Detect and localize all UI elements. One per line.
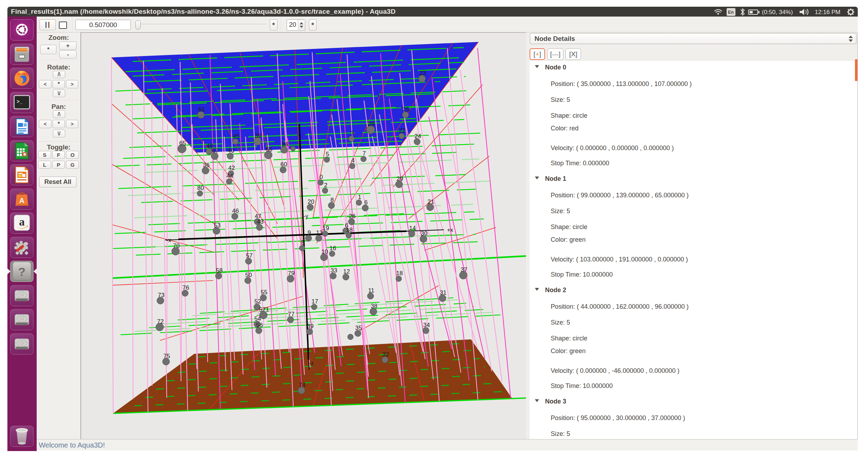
svg-text:9: 9 — [307, 229, 311, 236]
svg-text:39: 39 — [255, 133, 262, 139]
svg-text:-y: -y — [304, 213, 308, 219]
svg-text:75: 75 — [164, 353, 170, 359]
svg-text:56: 56 — [256, 322, 263, 328]
svg-text:13: 13 — [316, 229, 323, 236]
svg-text:79: 79 — [288, 270, 295, 277]
svg-text:61: 61 — [198, 106, 205, 113]
svg-text:34: 34 — [423, 322, 430, 328]
svg-text:12:16 PM: 12:16 PM — [815, 9, 841, 16]
svg-text:7: 7 — [362, 150, 366, 157]
svg-text:19: 19 — [323, 225, 329, 232]
svg-text:55: 55 — [261, 289, 268, 296]
svg-text:70: 70 — [173, 242, 180, 249]
svg-text:28: 28 — [368, 121, 375, 128]
svg-text:(0:50, 34%): (0:50, 34%) — [762, 9, 793, 16]
svg-text:43: 43 — [257, 218, 264, 225]
svg-text:18: 18 — [346, 227, 353, 233]
svg-text:26: 26 — [349, 213, 356, 220]
svg-text:2: 2 — [324, 182, 327, 189]
svg-text:73: 73 — [158, 292, 165, 298]
svg-text:46: 46 — [232, 208, 239, 214]
svg-text:5: 5 — [301, 239, 304, 246]
svg-text:22: 22 — [399, 127, 406, 134]
svg-text:1: 1 — [358, 194, 361, 201]
svg-text:25: 25 — [403, 106, 410, 113]
svg-text:52: 52 — [255, 298, 261, 305]
svg-text:5: 5 — [326, 151, 329, 158]
svg-text:16: 16 — [330, 245, 336, 252]
svg-text:a: a — [19, 215, 25, 228]
svg-text:6: 6 — [364, 199, 367, 206]
svg-text:>_: >_ — [17, 99, 23, 105]
svg-text:17: 17 — [312, 298, 318, 305]
svg-text:31: 31 — [440, 289, 447, 296]
svg-text:39: 39 — [307, 323, 314, 329]
svg-text:29: 29 — [397, 175, 403, 182]
svg-text:4: 4 — [351, 157, 354, 164]
svg-text:-z: -z — [309, 360, 314, 366]
svg-text:50: 50 — [245, 272, 252, 278]
svg-text:24: 24 — [415, 133, 421, 140]
svg-text:54: 54 — [255, 315, 261, 322]
svg-text:80: 80 — [197, 185, 204, 191]
svg-text:40: 40 — [228, 147, 234, 154]
svg-text:67: 67 — [212, 147, 219, 154]
svg-text:60: 60 — [281, 161, 287, 168]
svg-text:1: 1 — [306, 352, 309, 358]
svg-text:11: 11 — [368, 287, 374, 294]
svg-text:57: 57 — [246, 252, 253, 259]
svg-text:12: 12 — [343, 268, 350, 275]
svg-text:?: ? — [18, 265, 26, 278]
svg-text:53: 53 — [214, 222, 221, 229]
svg-text:21: 21 — [428, 198, 434, 205]
svg-text:36: 36 — [203, 162, 210, 168]
svg-text:30: 30 — [421, 230, 428, 237]
svg-text:35: 35 — [355, 325, 362, 331]
svg-text:20: 20 — [308, 198, 314, 205]
svg-text:+x: +x — [447, 227, 453, 233]
svg-text:76: 76 — [183, 284, 189, 291]
svg-text:65: 65 — [179, 140, 186, 147]
svg-text:74: 74 — [299, 382, 306, 388]
svg-text:10: 10 — [322, 248, 328, 255]
svg-text:42: 42 — [228, 165, 235, 171]
svg-text:32: 32 — [383, 351, 389, 358]
svg-text:3: 3 — [350, 130, 354, 137]
svg-text:45: 45 — [233, 133, 240, 140]
svg-text:77: 77 — [288, 311, 295, 318]
svg-text:72: 72 — [157, 318, 164, 325]
svg-text:38: 38 — [371, 303, 378, 309]
svg-text:23: 23 — [420, 70, 426, 76]
svg-text:A: A — [19, 197, 24, 204]
svg-text:0: 0 — [319, 174, 323, 180]
svg-text:-x: -x — [166, 237, 171, 243]
svg-text:37: 37 — [461, 266, 467, 273]
svg-text:66: 66 — [266, 146, 273, 153]
svg-text:33: 33 — [331, 267, 337, 274]
svg-text:8: 8 — [330, 197, 334, 203]
svg-text:571: 571 — [259, 306, 269, 313]
svg-text:58: 58 — [216, 267, 223, 274]
svg-text:44: 44 — [227, 173, 233, 179]
svg-text:84: 84 — [282, 141, 288, 148]
svg-text:En: En — [728, 10, 734, 15]
svg-text:18: 18 — [396, 270, 403, 277]
svg-text:14: 14 — [409, 225, 416, 232]
